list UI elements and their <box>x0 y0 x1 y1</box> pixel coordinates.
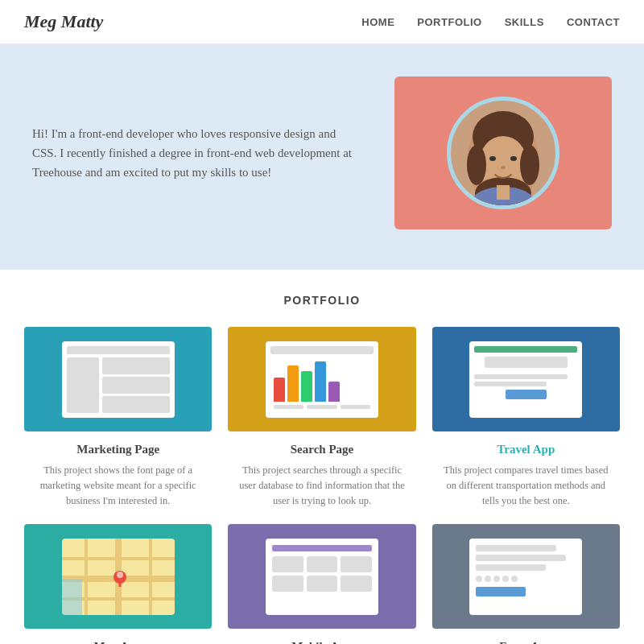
form-mockup <box>469 539 582 615</box>
portfolio-item-title-marketing: Marketing Page <box>76 443 159 456</box>
svg-rect-18 <box>62 579 82 615</box>
browser-bar-search <box>270 346 374 354</box>
bar-4 <box>315 361 326 402</box>
form-dot-1 <box>476 576 482 582</box>
portfolio-item-mobile: Mobile App <box>228 524 415 644</box>
app-icon-2 <box>307 556 338 572</box>
portfolio-grid: Marketing Page This project shows the fo… <box>24 327 620 644</box>
form-line-2 <box>476 555 566 561</box>
browser-mockup-search <box>266 341 378 418</box>
form-dots <box>476 576 576 582</box>
portfolio-item-title-form: Form App <box>499 640 552 644</box>
browser-content <box>102 357 170 413</box>
app-grid-mockup <box>266 539 378 615</box>
svg-rect-10 <box>497 185 510 200</box>
app-icon-3 <box>341 556 372 572</box>
app-grid-bar <box>272 545 372 551</box>
thumbnail-form[interactable] <box>432 524 620 629</box>
portfolio-item-map: Map App <box>24 524 212 644</box>
thumbnail-map[interactable] <box>24 524 212 629</box>
site-header: Meg Matty HOME PORTFOLIO SKILLS CONTACT <box>0 0 644 44</box>
map-mockup <box>62 539 175 615</box>
portfolio-item-desc-search: This project searches through a specific… <box>237 463 407 508</box>
portfolio-item-marketing: Marketing Page This project shows the fo… <box>24 327 212 508</box>
portfolio-title: PORTFOLIO <box>24 294 620 307</box>
hero-bio: Hi! I'm a front-end developer who loves … <box>32 124 354 182</box>
hero-section: Hi! I'm a front-end developer who loves … <box>0 44 644 270</box>
thumbnail-marketing[interactable] <box>24 327 212 431</box>
app-icon-6 <box>341 576 372 592</box>
browser-sidebar <box>67 357 99 413</box>
site-title: Meg Matty <box>24 11 103 32</box>
chart-label-1 <box>274 405 303 409</box>
chart-label-3 <box>341 405 370 409</box>
chart-label-2 <box>307 405 336 409</box>
content-block-3 <box>102 396 170 413</box>
portfolio-item-desc-marketing: This project shows the font page of a ma… <box>34 463 203 508</box>
app-icon-4 <box>272 576 303 592</box>
portfolio-section: PORTFOLIO Marketing Page <box>0 270 644 644</box>
browser-mockup-marketing <box>62 341 175 418</box>
portfolio-item-desc-travel: This project compares travel times based… <box>441 463 610 508</box>
chart-bars <box>270 357 374 402</box>
nav-portfolio[interactable]: PORTFOLIO <box>417 16 481 28</box>
avatar <box>447 97 559 209</box>
portfolio-item-title-mobile: Mobile App <box>291 640 352 644</box>
form-line-1 <box>476 545 555 551</box>
hero-image-container <box>394 76 612 229</box>
nav-home[interactable]: HOME <box>361 16 394 28</box>
travel-button <box>506 390 547 399</box>
portfolio-item-travel: Travel App This project compares travel … <box>432 327 620 508</box>
nav-contact[interactable]: CONTACT <box>567 16 620 28</box>
bar-5 <box>328 382 340 402</box>
app-icon-5 <box>307 576 338 592</box>
svg-point-7 <box>510 156 517 161</box>
app-grid-icons <box>272 556 372 592</box>
browser-bar <box>67 346 170 354</box>
portfolio-item-title-search: Search Page <box>291 443 353 456</box>
form-line-3 <box>476 564 546 571</box>
travel-line-2 <box>474 382 547 386</box>
bar-3 <box>301 371 312 402</box>
thumbnail-search[interactable] <box>228 327 415 431</box>
travel-mockup <box>469 341 582 418</box>
nav-skills[interactable]: SKILLS <box>505 16 544 28</box>
svg-point-6 <box>489 156 496 161</box>
bar-1 <box>274 378 285 402</box>
avatar-image <box>451 101 555 205</box>
svg-point-8 <box>501 166 506 169</box>
browser-body <box>67 357 170 413</box>
svg-point-20 <box>117 572 123 578</box>
portfolio-item-title-map: Map App <box>93 640 142 644</box>
travel-search-bar <box>485 357 567 368</box>
form-dot-2 <box>485 576 491 582</box>
content-block-1 <box>102 357 170 374</box>
content-block-2 <box>102 377 170 394</box>
form-dot-3 <box>493 576 500 582</box>
svg-point-3 <box>467 145 486 185</box>
app-icon-1 <box>272 556 303 572</box>
travel-lines <box>474 371 577 386</box>
form-submit-btn <box>476 587 526 597</box>
thumbnail-mobile[interactable] <box>228 524 415 629</box>
form-dot-5 <box>511 576 518 582</box>
chart-labels <box>270 402 374 412</box>
form-lines <box>476 545 576 571</box>
map-svg <box>62 539 175 615</box>
bar-2 <box>287 365 299 402</box>
portfolio-item-form: Form App <box>432 524 620 644</box>
thumbnail-travel[interactable] <box>432 327 620 431</box>
portfolio-item-search: Search Page This project searches throug… <box>228 327 415 508</box>
svg-point-4 <box>520 145 539 185</box>
form-dot-4 <box>502 576 509 582</box>
travel-line-1 <box>474 374 567 379</box>
main-nav: HOME PORTFOLIO SKILLS CONTACT <box>361 16 620 28</box>
travel-top-bar <box>474 346 577 353</box>
portfolio-item-title-travel: Travel App <box>497 443 555 456</box>
